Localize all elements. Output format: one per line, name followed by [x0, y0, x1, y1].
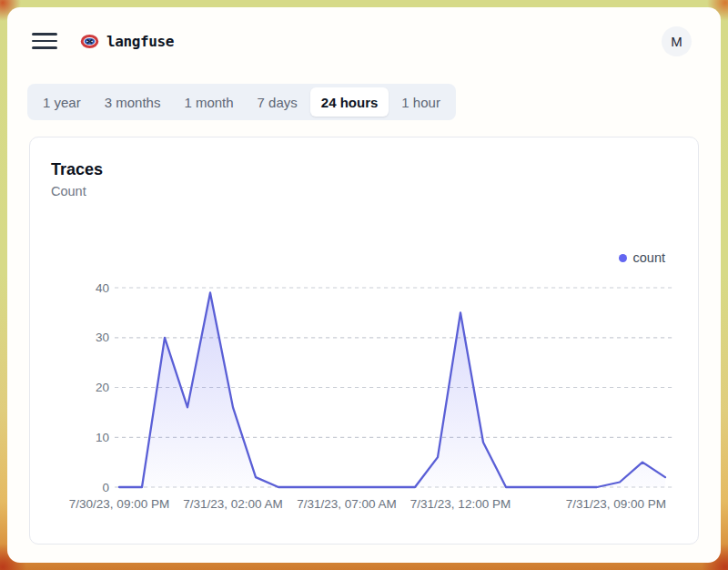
area-fill [119, 293, 665, 488]
brand[interactable]: langfuse [80, 33, 174, 50]
y-tick-label: 40 [96, 281, 109, 295]
y-tick-label: 30 [96, 331, 109, 344]
user-avatar[interactable]: M [662, 26, 692, 56]
x-tick-label: 7/31/23, 02:00 AM [183, 497, 283, 511]
tab-1-month[interactable]: 1 month [173, 87, 244, 117]
hamburger-menu-icon[interactable] [32, 33, 57, 49]
x-tick-label: 7/31/23, 12:00 PM [410, 497, 511, 511]
tab-1-year[interactable]: 1 year [32, 87, 92, 117]
tab-3-months[interactable]: 3 months [94, 87, 172, 117]
tab-1-hour[interactable]: 1 hour [390, 87, 451, 117]
y-tick-label: 0 [102, 481, 109, 494]
knot-logo-icon [80, 34, 99, 49]
avatar-initial: M [671, 34, 682, 49]
traces-card: Traces Count count 0102030407/30/23, 09:… [29, 137, 699, 545]
top-navigation-bar: langfuse M [7, 7, 721, 75]
x-tick-label: 7/31/23, 09:00 PM [566, 497, 666, 511]
app-window: langfuse M 1 year3 months1 month7 days24… [7, 7, 721, 563]
y-tick-label: 20 [96, 381, 109, 394]
brand-name: langfuse [106, 33, 174, 50]
tab-7-days[interactable]: 7 days [247, 87, 308, 117]
y-tick-label: 10 [96, 431, 109, 444]
x-tick-label: 7/31/23, 07:00 AM [297, 497, 397, 511]
tab-24-hours[interactable]: 24 hours [310, 87, 389, 117]
x-tick-label: 7/30/23, 09:00 PM [69, 497, 169, 511]
time-range-tabs: 1 year3 months1 month7 days24 hours1 hou… [27, 84, 456, 120]
traces-area-chart: 0102030407/30/23, 09:00 PM7/31/23, 02:00… [30, 137, 698, 544]
decorative-frame: langfuse M 1 year3 months1 month7 days24… [0, 0, 728, 570]
